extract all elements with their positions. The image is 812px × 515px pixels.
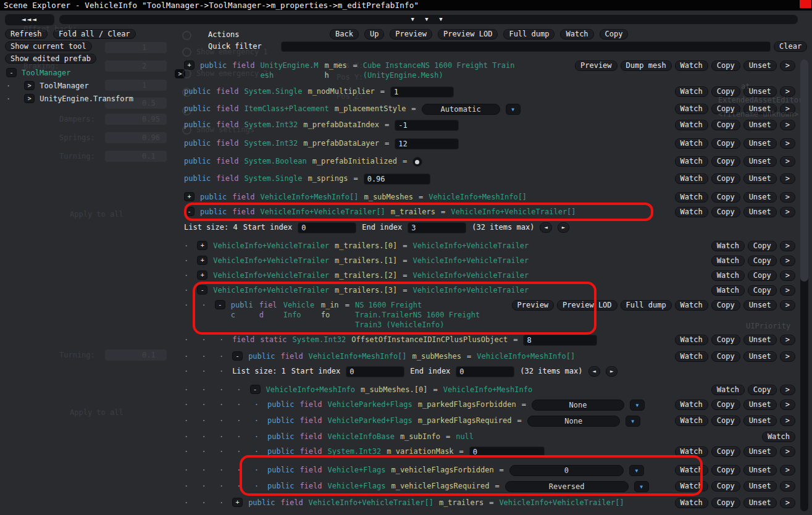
watch-button[interactable]: Watch: [675, 498, 708, 508]
drill-in-button[interactable]: >: [780, 498, 795, 508]
prev-page-button[interactable]: ◄: [540, 222, 551, 233]
copy-button[interactable]: Copy: [711, 400, 740, 410]
dump-mesh-button[interactable]: Dump mesh: [621, 61, 672, 71]
unset-button[interactable]: Unset: [743, 351, 777, 362]
copy-button[interactable]: Copy: [711, 192, 740, 203]
copy-button[interactable]: Copy: [711, 481, 740, 492]
expand-icon[interactable]: +: [232, 498, 243, 507]
dropdown-arrow-icon[interactable]: ▼: [626, 416, 640, 427]
close-button[interactable]: [800, 0, 811, 8]
unset-button[interactable]: Unset: [743, 207, 777, 217]
value-input[interactable]: 0.96: [364, 174, 430, 185]
collapse-icon[interactable]: -: [6, 68, 17, 77]
value-toggle[interactable]: [412, 157, 422, 167]
copy-button[interactable]: Copy: [711, 61, 740, 71]
tree-node-toolmanager-child[interactable]: · > ToolManager: [6, 81, 89, 90]
start-index-input[interactable]: 0: [346, 366, 404, 377]
copy-button[interactable]: Copy: [711, 120, 740, 130]
watch-button[interactable]: Watch: [675, 104, 708, 114]
field-value[interactable]: VehicleInfo+MeshInfo: [443, 385, 533, 395]
drill-in-button[interactable]: >: [780, 256, 795, 266]
watch-button[interactable]: Watch: [675, 61, 708, 71]
preview-button[interactable]: Preview: [390, 29, 432, 40]
unset-button[interactable]: Unset: [743, 120, 777, 130]
drill-in-button[interactable]: >: [780, 300, 795, 311]
copy-button[interactable]: Copy: [711, 465, 740, 475]
copy-button[interactable]: Copy: [711, 156, 740, 167]
full-dump-button[interactable]: Full dump: [503, 29, 555, 40]
watch-button[interactable]: Watch: [711, 385, 745, 395]
drill-in-button[interactable]: >: [780, 385, 795, 395]
drill-in-button[interactable]: >: [780, 351, 795, 362]
unset-button[interactable]: Unset: [743, 446, 777, 457]
field-value[interactable]: Cube InstanceNS 1600 Freight Train (Unit…: [363, 61, 517, 80]
unset-button[interactable]: Unset: [743, 498, 777, 508]
drill-in-button[interactable]: >: [780, 465, 795, 475]
value-dropdown[interactable]: Automatic: [422, 104, 500, 115]
clear-filter-button[interactable]: Clear: [774, 41, 807, 52]
end-index-input[interactable]: 0: [456, 366, 514, 377]
watch-button[interactable]: Watch: [675, 400, 708, 410]
watch-button[interactable]: Watch: [711, 241, 745, 251]
drill-in-button[interactable]: >: [780, 138, 795, 149]
history-back-button[interactable]: ◄◄◄: [5, 14, 54, 25]
unset-button[interactable]: Unset: [743, 416, 777, 426]
dropdown-arrow-icon[interactable]: ▼: [629, 465, 644, 476]
drill-in-button[interactable]: >: [780, 481, 795, 492]
copy-button[interactable]: Copy: [711, 174, 740, 184]
copy-button[interactable]: Copy: [748, 270, 777, 281]
collapse-icon[interactable]: -: [215, 300, 225, 309]
dropdown-arrow-icon[interactable]: ▼: [506, 104, 521, 115]
watch-button[interactable]: Watch: [675, 335, 708, 345]
preview-lod-button[interactable]: Preview LOD: [557, 300, 617, 311]
unset-button[interactable]: Unset: [743, 138, 777, 149]
drill-in-button[interactable]: >: [780, 61, 795, 71]
expand-icon[interactable]: >: [24, 94, 35, 103]
value-dropdown[interactable]: 0: [509, 465, 624, 476]
preview-button[interactable]: Preview: [575, 61, 617, 71]
field-value[interactable]: VehicleInfo+MeshInfo[]: [429, 192, 527, 202]
copy-button[interactable]: Copy: [711, 446, 740, 457]
copy-button[interactable]: Copy: [711, 416, 740, 426]
field-value[interactable]: VehicleInfo+MeshInfo[]: [477, 351, 575, 361]
collapse-icon[interactable]: -: [232, 351, 243, 361]
watch-button[interactable]: Watch: [675, 351, 708, 362]
watch-button[interactable]: Watch: [711, 270, 745, 281]
dropdown-arrow-icon[interactable]: ▼: [630, 400, 645, 411]
value-dropdown[interactable]: Reversed: [505, 481, 629, 492]
drill-in-button[interactable]: >: [780, 120, 795, 130]
unset-button[interactable]: Unset: [743, 156, 777, 167]
window-drag-handle[interactable]: ▼ ▼ ▼: [59, 15, 798, 24]
copy-button[interactable]: Copy: [711, 335, 740, 345]
copy-button[interactable]: Copy: [711, 351, 740, 362]
value-input[interactable]: 8: [523, 335, 597, 346]
full-dump-button[interactable]: Full dump: [621, 300, 672, 311]
copy-button[interactable]: Copy: [748, 285, 777, 296]
preview-button[interactable]: Preview: [512, 300, 555, 311]
watch-button[interactable]: Watch: [675, 416, 708, 426]
watch-button[interactable]: Watch: [711, 256, 745, 266]
next-page-button[interactable]: ►: [558, 222, 569, 233]
prev-page-button[interactable]: ◄: [588, 366, 600, 377]
field-value[interactable]: VehicleInfo+VehicleTrailer: [412, 256, 529, 266]
drill-in-button[interactable]: >: [780, 156, 795, 167]
watch-button[interactable]: Watch: [675, 465, 708, 475]
preview-lod-button[interactable]: Preview LOD: [438, 29, 498, 40]
field-value[interactable]: VehicleInfo+VehicleTrailer: [412, 270, 529, 280]
unset-button[interactable]: Unset: [743, 61, 777, 71]
drill-in-button[interactable]: >: [780, 241, 795, 251]
value-input[interactable]: -1: [395, 120, 459, 131]
unset-button[interactable]: Unset: [743, 400, 777, 410]
field-value[interactable]: NS 1600 Freight Train.TrailerNS 1600 Fre…: [355, 300, 485, 330]
end-index-input[interactable]: 3: [408, 222, 466, 233]
drill-in-button[interactable]: >: [780, 416, 795, 426]
collapse-icon[interactable]: -: [184, 207, 195, 216]
field-value[interactable]: VehicleInfo+VehicleTrailer: [412, 285, 529, 295]
expand-icon[interactable]: +: [184, 192, 195, 201]
expand-icon[interactable]: >: [24, 81, 35, 90]
next-page-button[interactable]: ►: [606, 366, 617, 377]
unset-button[interactable]: Unset: [743, 174, 777, 184]
expand-icon[interactable]: +: [197, 270, 207, 280]
field-value[interactable]: VehicleInfo+VehicleTrailer[]: [499, 498, 624, 508]
copy-button[interactable]: Copy: [748, 385, 777, 395]
